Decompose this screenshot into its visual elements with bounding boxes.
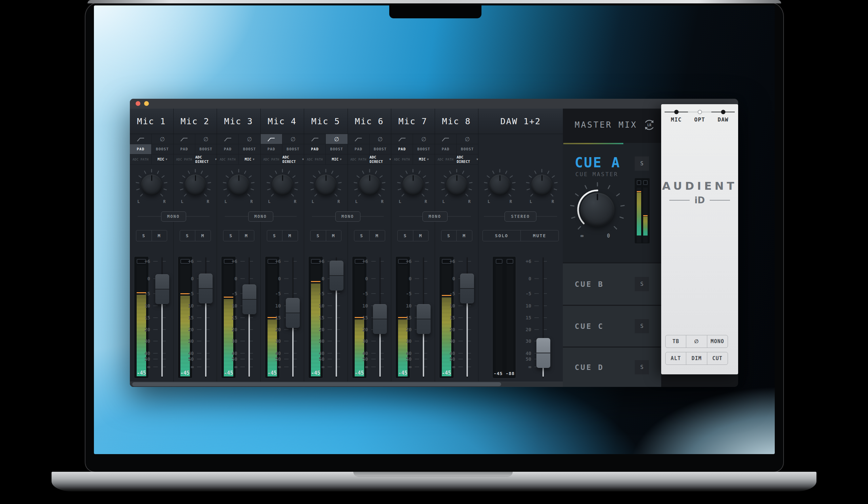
pan-knob-right[interactable] <box>525 168 559 202</box>
adc-path-select[interactable]: ADC DIRECT▼ <box>370 154 391 164</box>
mute-button[interactable]: M <box>326 230 341 241</box>
loopback-lr-icon[interactable]: LR <box>642 118 656 132</box>
boost-button[interactable]: BOOST <box>326 144 347 154</box>
pad-button[interactable]: PAD <box>217 144 239 154</box>
polarity-cell[interactable]: ∅ <box>195 134 217 144</box>
input-indicator-opt[interactable]: OPT <box>688 109 711 125</box>
cut-button[interactable]: CUT <box>707 352 727 364</box>
polarity-cell[interactable]: ∅ <box>413 134 434 144</box>
close-button[interactable] <box>136 101 141 106</box>
input-indicator-mic[interactable]: MIC <box>664 109 688 125</box>
fader-handle[interactable] <box>417 304 431 334</box>
fader-handle[interactable] <box>373 304 387 334</box>
boost-button[interactable]: BOOST <box>457 144 478 154</box>
boost-button[interactable]: BOOST <box>413 144 434 154</box>
pan-knob[interactable] <box>440 168 474 202</box>
pan-knob[interactable] <box>178 168 212 202</box>
talkback-button[interactable]: TB <box>665 335 686 347</box>
cue-c-solo-button[interactable]: S <box>635 319 649 333</box>
cue-d-solo-button[interactable]: S <box>635 360 649 374</box>
boost-button[interactable]: BOOST <box>370 144 391 154</box>
mute-button[interactable]: M <box>370 230 385 241</box>
adc-path-select[interactable]: ADC DIRECT▼ <box>282 154 304 164</box>
fader-handle[interactable] <box>155 274 169 304</box>
adc-path-select[interactable]: ADC DIRECT▼ <box>195 154 217 164</box>
pair-mono-button-2[interactable]: MONO <box>248 211 273 222</box>
cue-b-row[interactable]: CUE B S <box>563 262 661 305</box>
solo-button[interactable]: S <box>136 230 152 241</box>
filter-cell[interactable] <box>391 134 413 144</box>
cue-a-level-knob[interactable] <box>569 181 626 239</box>
cue-b-solo-button[interactable]: S <box>635 277 649 291</box>
cue-d-row[interactable]: CUE D S <box>563 346 661 387</box>
fader-handle[interactable] <box>286 298 300 328</box>
pan-knob-left[interactable] <box>483 168 517 202</box>
pan-knob[interactable] <box>396 168 430 202</box>
stereo-button[interactable]: STEREO <box>505 211 536 222</box>
solo-button[interactable]: S <box>311 230 326 241</box>
pad-button[interactable]: PAD <box>435 144 457 154</box>
filter-cell[interactable] <box>348 134 370 144</box>
filter-cell[interactable] <box>261 134 282 144</box>
solo-button[interactable]: S <box>398 230 413 241</box>
solo-button[interactable]: S <box>354 230 370 241</box>
horizontal-scrollbar[interactable] <box>130 382 563 387</box>
pad-button[interactable]: PAD <box>304 144 326 154</box>
adc-path-select[interactable]: MIC▼ <box>152 154 173 164</box>
mute-button[interactable]: MUTE <box>521 230 558 241</box>
boost-button[interactable]: BOOST <box>239 144 260 154</box>
mute-button[interactable]: M <box>457 230 472 241</box>
polarity-cell[interactable]: ∅ <box>282 134 304 144</box>
dim-button[interactable]: DIM <box>686 352 707 364</box>
pad-button[interactable]: PAD <box>130 144 152 154</box>
boost-button[interactable]: BOOST <box>152 144 173 154</box>
polarity-cell[interactable]: ∅ <box>152 134 173 144</box>
fader-handle[interactable] <box>536 338 550 368</box>
adc-path-select[interactable]: ADC DIRECT▼ <box>457 154 478 164</box>
fader-handle[interactable] <box>330 261 343 291</box>
mute-button[interactable]: M <box>282 230 298 241</box>
polarity-cell[interactable]: ∅ <box>239 134 260 144</box>
alt-speaker-button[interactable]: ALT <box>665 352 686 364</box>
pan-knob[interactable] <box>353 168 386 202</box>
fader-handle[interactable] <box>199 274 213 303</box>
pair-mono-button-1[interactable]: MONO <box>161 211 186 222</box>
polarity-button[interactable]: ∅ <box>686 335 707 347</box>
mute-button[interactable]: M <box>413 230 428 241</box>
filter-cell[interactable] <box>130 134 152 144</box>
adc-path-select[interactable]: MIC▼ <box>413 154 434 164</box>
pan-knob[interactable] <box>222 168 256 202</box>
mono-button[interactable]: MONO <box>707 335 727 347</box>
boost-button[interactable]: BOOST <box>282 144 304 154</box>
scrollbar-thumb[interactable] <box>132 382 501 386</box>
polarity-cell[interactable]: ∅ <box>457 134 478 144</box>
pad-button[interactable]: PAD <box>391 144 413 154</box>
cue-a-solo-button[interactable]: S <box>635 157 649 171</box>
minimize-button[interactable] <box>144 101 149 106</box>
filter-cell[interactable] <box>304 134 326 144</box>
pan-knob[interactable] <box>135 168 168 202</box>
solo-button[interactable]: S <box>224 230 239 241</box>
input-indicator-daw[interactable]: DAW <box>711 109 735 125</box>
pad-button[interactable]: PAD <box>261 144 282 154</box>
pair-mono-button-4[interactable]: MONO <box>423 211 447 222</box>
pair-mono-button-3[interactable]: MONO <box>335 211 360 222</box>
fader-handle[interactable] <box>242 284 256 314</box>
cue-c-row[interactable]: CUE C S <box>563 305 661 346</box>
fader-handle[interactable] <box>460 274 474 303</box>
mute-button[interactable]: M <box>152 230 167 241</box>
polarity-cell[interactable]: ∅ <box>370 134 391 144</box>
pan-knob[interactable] <box>266 168 299 202</box>
mute-button[interactable]: M <box>195 230 210 241</box>
window-titlebar[interactable] <box>130 99 738 109</box>
filter-cell[interactable] <box>435 134 457 144</box>
pan-knob[interactable] <box>309 168 343 202</box>
filter-cell[interactable] <box>217 134 239 144</box>
pad-button[interactable]: PAD <box>174 144 195 154</box>
filter-cell[interactable] <box>174 134 195 144</box>
solo-button[interactable]: S <box>267 230 283 241</box>
solo-button[interactable]: SOLO <box>483 230 521 241</box>
solo-button[interactable]: S <box>180 230 196 241</box>
pad-button[interactable]: PAD <box>348 144 370 154</box>
adc-path-select[interactable]: MIC▼ <box>239 154 260 164</box>
